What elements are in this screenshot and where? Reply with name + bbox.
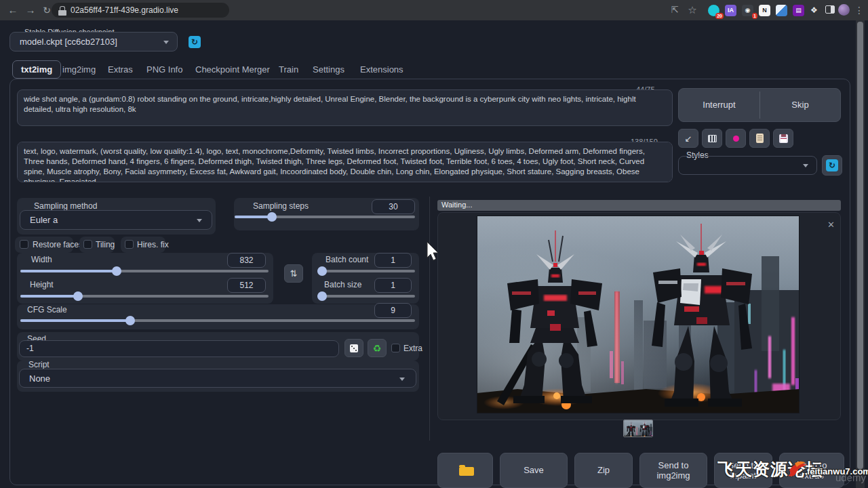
pin-extension-badge: 20 [715,13,724,19]
slider-thumb[interactable] [125,316,135,325]
save-style-button[interactable] [773,129,793,148]
palette-icon [733,136,739,142]
sampling-steps-slider[interactable] [235,216,415,218]
batch-size-label: Batch size [324,280,361,289]
prompt-input[interactable]: wide shot angle, a (gundam:0.8) robot st… [17,89,673,126]
extensions-puzzle-icon[interactable]: ❖ [808,5,820,16]
checkpoint-dropdown[interactable]: model.ckpt [cc6cb27103] [9,32,178,52]
site-url: 02a56ff4-71ff-439e.gradio.live [71,5,178,15]
script-dropdown[interactable]: None [19,369,416,388]
height-label: Height [30,280,54,289]
cfg-block [17,304,419,329]
interrupt-button[interactable]: Interrupt [679,89,760,121]
back-icon[interactable]: ← [5,0,20,20]
sampling-method-dropdown[interactable]: Euler a [20,210,212,230]
height-slider[interactable] [20,295,269,298]
bookmark-star-icon[interactable]: ☆ [685,0,700,20]
checkpoint-value: model.ckpt [cc6cb27103] [20,37,117,47]
profile-avatar[interactable] [838,4,850,16]
batch-count-slider[interactable] [317,270,415,272]
address-bar[interactable]: 02a56ff4-71ff-439e.gradio.live [52,3,229,18]
batch-count-input[interactable]: 1 [374,253,412,268]
random-seed-button[interactable] [344,339,363,357]
extra-seed-label: Extra [403,344,422,353]
camera-extension-badge: 1 [752,13,757,19]
cfg-scale-slider[interactable] [20,319,415,322]
send-to-img2img-button[interactable]: Send to img2img [639,453,707,488]
interrupt-skip-group: Interrupt Skip [678,88,841,122]
tab-checkpoint-merger[interactable]: Checkpoint Merger [195,61,270,79]
scrollbar-thumb[interactable] [857,22,863,469]
slider-thumb[interactable] [267,212,277,222]
seed-input[interactable]: -1 [19,340,339,357]
swap-dimensions-button[interactable]: ⇅ [284,264,303,283]
arrow-down-left-icon: ↙ [685,134,692,144]
onenote-extension-icon[interactable]: ▤ [793,5,804,16]
batch-count-label: Batch count [326,255,368,264]
chevron-down-icon [803,164,808,167]
share-icon[interactable]: ⇱ [667,0,682,20]
forward-icon[interactable]: → [23,0,38,20]
tab-png-info[interactable]: PNG Info [146,61,182,79]
tab-train[interactable]: Train [279,61,298,79]
slider-thumb[interactable] [73,291,83,301]
pin-extension-icon[interactable]: 20 [708,5,719,16]
tiling-checkbox[interactable] [83,240,92,249]
hires-fix-checkbox[interactable] [125,240,134,249]
slider-thumb[interactable] [317,291,327,301]
prompt-box[interactable]: wide shot angle, a (gundam:0.8) robot st… [17,89,673,126]
width-slider[interactable] [20,270,269,272]
tiling-label: Tiling [96,240,115,249]
recycle-icon: ♻ [373,343,382,354]
floppy-icon [779,134,788,143]
styles-refresh-button[interactable]: ↻ [822,155,842,176]
tab-img2img[interactable]: img2img [62,61,96,79]
slider-thumb[interactable] [112,266,121,276]
tab-extensions[interactable]: Extensions [360,61,403,79]
mouse-cursor [426,241,439,262]
width-label: Width [31,255,52,264]
progress-text: Waiting... [441,201,472,209]
clipboard-icon [756,134,764,143]
batch-size-slider[interactable] [317,295,415,298]
open-folder-button[interactable] [437,453,493,488]
ia-extension-icon[interactable]: IA [725,5,736,16]
sampling-steps-input[interactable]: 30 [372,199,415,214]
extra-networks-button[interactable] [726,129,746,148]
generated-image[interactable] [477,216,800,413]
paste-params-button[interactable]: ↙ [678,129,698,148]
zip-button[interactable]: Zip [574,453,633,488]
hires-fix-label: Hires. fix [137,240,169,249]
chevron-down-icon [197,219,202,222]
kebab-menu-icon[interactable]: ⋮ [852,0,867,20]
notion-extension-icon[interactable]: N [759,5,770,16]
batch-size-input[interactable]: 1 [374,278,412,293]
gallery-thumbnail[interactable] [623,420,653,437]
image-extension-icon[interactable] [776,5,787,16]
sidepanel-icon[interactable] [825,5,835,14]
height-input[interactable]: 512 [227,278,266,293]
tab-settings[interactable]: Settings [313,61,344,79]
tab-extras[interactable]: Extras [108,61,133,79]
sampling-steps-label: Sampling steps [253,201,309,211]
slider-thumb[interactable] [317,266,327,276]
apply-style-button[interactable] [749,129,770,148]
restore-faces-checkbox[interactable] [20,240,28,249]
close-icon[interactable]: ✕ [827,220,835,230]
extra-seed-checkbox[interactable] [391,344,400,352]
tab-txt2img[interactable]: txt2img [12,60,61,79]
checkpoint-refresh-button[interactable]: ↻ [189,36,201,48]
negative-prompt-box[interactable]: text, logo, watermark, (worst quality, l… [17,142,673,182]
styles-dropdown[interactable] [678,156,817,175]
scrollbar-track[interactable] [856,20,865,488]
width-input[interactable]: 832 [227,253,266,268]
cfg-scale-input[interactable]: 9 [374,303,412,318]
skip-button[interactable]: Skip [760,89,840,121]
clear-prompt-button[interactable] [702,129,722,148]
watermark-brand: udemy [835,472,866,483]
negative-prompt-input[interactable]: text, logo, watermark, (worst quality, l… [17,142,673,182]
swap-icon: ⇅ [290,268,298,279]
reuse-seed-button[interactable]: ♻ [368,339,387,357]
camera-extension-icon[interactable]: ◉ 1 [742,5,753,16]
save-button[interactable]: Save [500,453,568,488]
